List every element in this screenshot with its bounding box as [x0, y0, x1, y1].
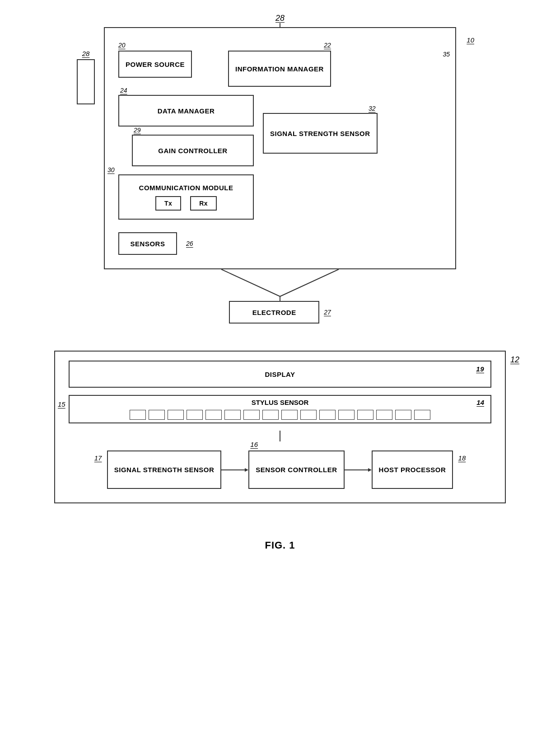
ref-14-label: 14 [476, 399, 484, 406]
svg-marker-6 [245, 468, 248, 472]
left-column: 24 DATA MANAGER 29 GAIN CONTROLLER [118, 95, 254, 220]
gain-controller-text: GAIN CONTROLLER [158, 147, 227, 155]
sensor-pad-5 [205, 410, 222, 420]
connector-arrow-right-2 [345, 467, 372, 473]
tx-block: Tx [155, 196, 181, 211]
sensor-pad-16 [414, 410, 430, 420]
signal-strength-sensor-text: SIGNAL STRENGTH SENSOR [270, 130, 370, 137]
stylus-sensor-label-row: STYLUS SENSOR 14 [70, 396, 490, 407]
display-text: DISPLAY [265, 371, 295, 378]
ref-15-label: 15 [58, 400, 65, 408]
sensor-pad-10 [300, 410, 317, 420]
power-source-text: POWER SOURCE [126, 61, 185, 68]
electrode-text: ELECTRODE [252, 309, 296, 316]
sensor-controller-text: SENSOR CONTROLLER [256, 466, 337, 474]
sensor-pad-8 [262, 410, 279, 420]
ref-35-label: 35 [443, 51, 450, 58]
bottom-diagram: 12 DISPLAY 19 15 STYLUS SENSOR 14 [54, 351, 506, 503]
bottom-row: 17 SIGNAL STRENGTH SENSOR 16 [69, 450, 491, 489]
electrode-block: ELECTRODE [229, 301, 319, 324]
sensor-pad-1 [130, 410, 146, 420]
stylus-sensor-text: STYLUS SENSOR [252, 399, 309, 406]
outer-box: 35 20 POWER SOURCE 22 INFORMATION MANAGE… [104, 27, 456, 269]
communication-module-block: COMMUNICATION MODULE Tx Rx [118, 174, 254, 220]
host-processor-block: HOST PROCESSOR [372, 450, 453, 489]
ref-16-label: 16 [250, 441, 258, 448]
ref-17-label: 17 [94, 454, 102, 462]
sensor-pad-3 [168, 410, 184, 420]
rx-text: Rx [199, 200, 208, 207]
ref-28-left-box [77, 59, 95, 104]
sensor-pad-15 [395, 410, 411, 420]
ref-10-label: 10 [467, 36, 474, 44]
sensor-pads-row [70, 407, 490, 422]
tx-rx-row: Tx Rx [155, 196, 217, 211]
ref-12-label: 12 [510, 355, 519, 365]
rx-block: Rx [190, 196, 217, 211]
electrode-box-wrapper: ELECTRODE 27 [229, 301, 331, 324]
ref-20-label: 20 [118, 42, 192, 49]
ref-32-label: 32 [369, 105, 376, 112]
gain-controller-block: GAIN CONTROLLER [132, 135, 254, 166]
signal-strength-sensor-block: SIGNAL STRENGTH SENSOR [263, 113, 378, 154]
top-diagram: 28 28 10 35 20 POWER SOURCE [104, 27, 456, 324]
svg-line-1 [221, 269, 280, 296]
sensor-pad-11 [319, 410, 336, 420]
top-row: 20 POWER SOURCE 22 INFORMATION MANAGER [118, 42, 442, 87]
ref-22-label: 22 [324, 42, 331, 49]
data-manager-block: DATA MANAGER [118, 95, 254, 127]
information-manager-block: INFORMATION MANAGER [228, 51, 331, 87]
ref-28-top-label: 28 [275, 14, 285, 23]
ref-30-label: 30 [107, 166, 115, 174]
main-diagram: 28 28 10 35 20 POWER SOURCE [27, 14, 533, 551]
host-processor-text: HOST PROCESSOR [379, 466, 446, 474]
inner-layout: 20 POWER SOURCE 22 INFORMATION MANAGER [118, 42, 442, 255]
information-manager-text: INFORMATION MANAGER [235, 65, 324, 73]
sensor-pad-2 [149, 410, 165, 420]
fig-label: FIG. 1 [265, 540, 295, 551]
ref-19-label: 19 [476, 365, 484, 373]
v-shape-svg [167, 269, 393, 301]
svg-line-2 [280, 269, 339, 296]
svg-marker-8 [368, 468, 372, 472]
ref-28-left-label: 28 [82, 50, 90, 57]
sensors-text: SENSORS [131, 240, 165, 248]
signal-strength-sensor-bottom-block: SIGNAL STRENGTH SENSOR [107, 450, 222, 489]
sensor-controller-block: SENSOR CONTROLLER [248, 450, 344, 489]
sensor-pad-13 [357, 410, 373, 420]
stylus-sensor-outer: STYLUS SENSOR 14 [69, 395, 491, 423]
bottom-section-top: SENSORS 26 [118, 232, 442, 255]
sensor-pad-6 [224, 410, 241, 420]
ref-27-label: 27 [324, 309, 331, 316]
vertical-connector-svg [280, 431, 280, 441]
ref-18-label: 18 [458, 454, 466, 462]
ref-24-label: 24 [120, 87, 127, 94]
ref-26-label: 26 [186, 240, 193, 247]
communication-module-text: COMMUNICATION MODULE [139, 184, 233, 192]
sensor-pad-7 [243, 410, 260, 420]
electrode-area: ELECTRODE 27 [104, 269, 456, 324]
sensor-pad-4 [187, 410, 203, 420]
right-column: 32 SIGNAL STRENGTH SENSOR [263, 113, 378, 154]
sensors-block: SENSORS [118, 232, 177, 255]
sensor-pad-12 [338, 410, 355, 420]
tx-text: Tx [164, 200, 172, 207]
ref-28-left: 28 [77, 50, 95, 104]
power-source-block: POWER SOURCE [118, 51, 192, 78]
middle-section: 24 DATA MANAGER 29 GAIN CONTROLLER [118, 95, 442, 220]
bottom-outer-box: DISPLAY 19 15 STYLUS SENSOR 14 [54, 351, 506, 503]
data-manager-text: DATA MANAGER [158, 107, 215, 115]
sensor-pad-14 [376, 410, 392, 420]
ref-29-label: 29 [134, 127, 141, 134]
display-block: DISPLAY 19 [69, 361, 491, 388]
sensor-pad-9 [281, 410, 298, 420]
connector-arrow-right-1 [221, 467, 248, 473]
signal-strength-sensor-bottom-text: SIGNAL STRENGTH SENSOR [114, 466, 215, 474]
